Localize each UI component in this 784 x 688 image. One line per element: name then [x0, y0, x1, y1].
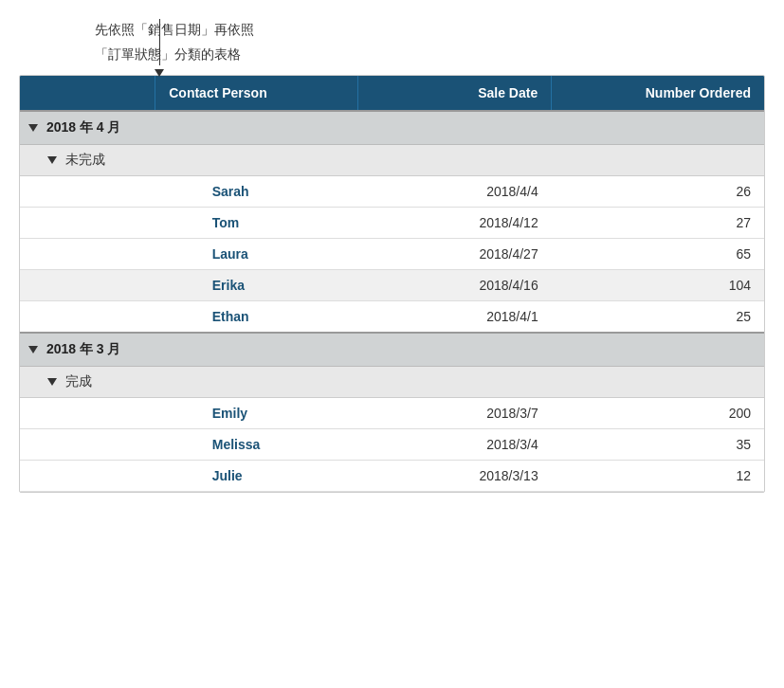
annotation-line2: 「訂單狀態」分類的表格	[95, 44, 765, 64]
main-table: Contact Person Sale Date Number Ordered …	[20, 76, 764, 492]
table-header-row: Contact Person Sale Date Number Ordered	[20, 76, 764, 111]
contact-name: Sarah	[155, 175, 358, 207]
annotation-line	[159, 19, 160, 65]
header-col3: Sale Date	[358, 76, 552, 111]
contact-name: Julie	[155, 460, 358, 491]
number-ordered: 25	[552, 300, 764, 333]
indent-cell	[20, 207, 155, 238]
table-row: Sarah 2018/4/4 26	[20, 175, 764, 207]
indent-cell	[20, 397, 155, 428]
month-row[interactable]: 2018 年 3 月	[20, 333, 764, 367]
sale-date: 2018/3/13	[358, 460, 552, 491]
contact-name: Ethan	[155, 300, 358, 333]
status-row[interactable]: 未完成	[20, 144, 764, 175]
sale-date: 2018/3/4	[358, 428, 552, 460]
sale-date: 2018/4/16	[358, 269, 552, 300]
table-row: Julie 2018/3/13 12	[20, 460, 764, 491]
contact-name: Tom	[155, 207, 358, 238]
status-label: 未完成	[65, 152, 105, 167]
number-ordered: 104	[552, 269, 764, 300]
indent-cell	[20, 269, 155, 300]
number-ordered: 35	[552, 428, 764, 460]
indent-cell	[20, 238, 155, 269]
sale-date: 2018/4/27	[358, 238, 552, 269]
annotation-area: 先依照「銷售日期」再依照 「訂單狀態」分類的表格	[19, 19, 765, 65]
header-col4: Number Ordered	[552, 76, 764, 111]
month-label: 2018 年 4 月	[46, 119, 121, 135]
annotation-line1: 先依照「銷售日期」再依照	[95, 19, 765, 40]
indent-cell	[20, 300, 155, 333]
triangle-status-icon	[47, 156, 57, 164]
month-row[interactable]: 2018 年 4 月	[20, 111, 764, 145]
main-table-container: Contact Person Sale Date Number Ordered …	[19, 75, 765, 493]
indent-cell	[20, 460, 155, 491]
table-row: Melissa 2018/3/4 35	[20, 428, 764, 460]
triangle-month-icon	[28, 124, 38, 132]
table-row: Laura 2018/4/27 65	[20, 238, 764, 269]
table-row: Ethan 2018/4/1 25	[20, 300, 764, 333]
contact-name: Laura	[155, 238, 358, 269]
table-row: Erika 2018/4/16 104	[20, 269, 764, 300]
status-label: 完成	[65, 373, 92, 389]
contact-name: Erika	[155, 269, 358, 300]
sale-date: 2018/4/12	[358, 207, 552, 238]
number-ordered: 200	[552, 397, 764, 428]
sale-date: 2018/4/4	[358, 175, 552, 207]
number-ordered: 65	[552, 238, 764, 269]
contact-name: Emily	[155, 397, 358, 428]
sale-date: 2018/3/7	[358, 397, 552, 428]
indent-cell	[20, 175, 155, 207]
status-row[interactable]: 完成	[20, 366, 764, 397]
triangle-status-icon	[47, 378, 57, 386]
month-label: 2018 年 3 月	[46, 341, 121, 356]
indent-cell	[20, 428, 155, 460]
annotation-arrow	[155, 69, 164, 77]
table-row: Tom 2018/4/12 27	[20, 207, 764, 238]
contact-name: Melissa	[155, 428, 358, 460]
triangle-month-icon	[28, 346, 38, 353]
header-col1	[20, 76, 155, 111]
number-ordered: 27	[552, 207, 764, 238]
number-ordered: 12	[552, 460, 764, 491]
number-ordered: 26	[552, 175, 764, 207]
header-col2: Contact Person	[155, 76, 358, 111]
sale-date: 2018/4/1	[358, 300, 552, 333]
table-row: Emily 2018/3/7 200	[20, 397, 764, 428]
